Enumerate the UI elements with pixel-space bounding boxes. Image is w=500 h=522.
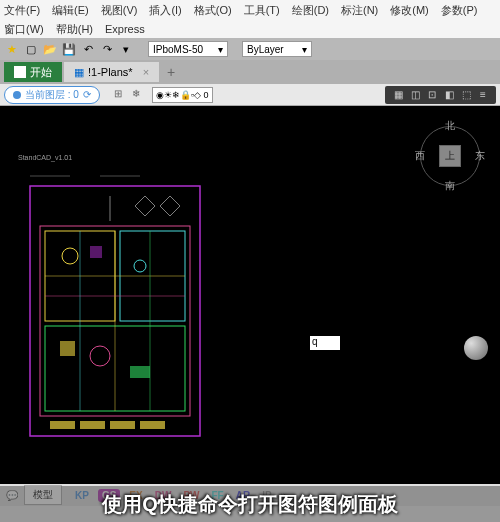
menu-annotate[interactable]: 标注(N)	[341, 3, 378, 18]
menu-modify[interactable]: 修改(M)	[390, 3, 429, 18]
tab-document-label: !1-Plans*	[88, 66, 133, 78]
tab-start[interactable]: 开始	[4, 62, 62, 82]
quick-access-toolbar: ★ ▢ 📂 💾 ↶ ↷ ▾ IPboMS-50▾ ByLayer▾	[0, 38, 500, 60]
view-cube[interactable]: 上 北 南 东 西	[415, 121, 485, 191]
bylayer-dropdown[interactable]: ByLayer▾	[242, 41, 312, 57]
tab-close-icon[interactable]: ×	[143, 66, 149, 78]
menu-edit[interactable]: 编辑(E)	[52, 3, 89, 18]
save-icon[interactable]: 💾	[61, 41, 77, 57]
menu-bar-2: 窗口(W) 帮助(H) Express	[0, 20, 500, 38]
command-input[interactable]: q	[310, 336, 340, 350]
menu-format[interactable]: 格式(O)	[194, 3, 232, 18]
caption-text: 使用Q快捷命令打开图符图例面板	[102, 491, 398, 518]
view-tools-dark: ▦ ◫ ⊡ ◧ ⬚ ≡	[385, 86, 496, 104]
windows-icon	[14, 66, 26, 78]
open-icon[interactable]: 📂	[42, 41, 58, 57]
tab-document[interactable]: ▦ !1-Plans* ×	[64, 62, 159, 82]
navigation-ball[interactable]	[464, 336, 488, 360]
refresh-icon[interactable]: ⟳	[83, 89, 91, 100]
new-icon[interactable]: ▢	[23, 41, 39, 57]
menu-file[interactable]: 文件(F)	[4, 3, 40, 18]
style-dropdown[interactable]: IPboMS-50▾	[148, 41, 228, 57]
svg-rect-14	[130, 366, 150, 378]
drawing-canvas[interactable]: StandCAD_v1.01	[0, 106, 500, 484]
view-icon-1[interactable]: ▦	[391, 88, 405, 102]
menu-express[interactable]: Express	[105, 23, 145, 35]
document-tabs: 开始 ▦ !1-Plans* × +	[0, 60, 500, 84]
svg-point-10	[62, 248, 78, 264]
layer-props-icon[interactable]: ⊞	[114, 88, 128, 102]
layer-freeze-icon[interactable]: ❄	[132, 88, 146, 102]
view-icon-5[interactable]: ⬚	[459, 88, 473, 102]
layer-dropdown[interactable]: ◉☀❄🔒▫◇ 0	[152, 87, 213, 103]
menu-draw[interactable]: 绘图(D)	[292, 3, 329, 18]
compass-north[interactable]: 北	[445, 119, 455, 133]
svg-rect-22	[140, 421, 165, 429]
favorite-icon[interactable]: ★	[4, 41, 20, 57]
svg-point-11	[134, 260, 146, 272]
svg-rect-13	[60, 341, 75, 356]
compass-south[interactable]: 南	[445, 179, 455, 193]
view-icon-3[interactable]: ⊡	[425, 88, 439, 102]
cad-drawing	[20, 166, 220, 466]
view-icon-6[interactable]: ≡	[476, 88, 490, 102]
menu-window[interactable]: 窗口(W)	[4, 22, 44, 37]
menu-params[interactable]: 参数(P)	[441, 3, 478, 18]
layer-dot-icon	[13, 91, 21, 99]
menu-help[interactable]: 帮助(H)	[56, 22, 93, 37]
svg-rect-15	[90, 246, 102, 258]
menu-tools[interactable]: 工具(T)	[244, 3, 280, 18]
view-icon-2[interactable]: ◫	[408, 88, 422, 102]
svg-marker-23	[160, 196, 180, 216]
tab-start-label: 开始	[30, 65, 52, 80]
current-layer-pill[interactable]: 当前图层 : 0 ⟳	[4, 86, 100, 104]
layer-tools: ⊞ ❄	[114, 88, 146, 102]
svg-rect-19	[50, 421, 75, 429]
menu-insert[interactable]: 插入(I)	[149, 3, 181, 18]
drawing-title-text: StandCAD_v1.01	[18, 154, 72, 161]
layer-toolbar: 当前图层 : 0 ⟳ ⊞ ❄ ◉☀❄🔒▫◇ 0 ▦ ◫ ⊡ ◧ ⬚ ≡	[0, 84, 500, 106]
compass-west[interactable]: 西	[415, 149, 425, 163]
svg-rect-21	[110, 421, 135, 429]
view-icon-4[interactable]: ◧	[442, 88, 456, 102]
svg-marker-24	[135, 196, 155, 216]
tutorial-caption: 使用Q快捷命令打开图符图例面板	[0, 486, 500, 522]
svg-point-12	[90, 346, 110, 366]
menu-view[interactable]: 视图(V)	[101, 3, 138, 18]
tab-add[interactable]: +	[159, 62, 183, 82]
current-layer-label: 当前图层 : 0	[25, 88, 79, 102]
dropdown-icon[interactable]: ▾	[118, 41, 134, 57]
view-cube-top[interactable]: 上	[439, 145, 461, 167]
compass-east[interactable]: 东	[475, 149, 485, 163]
redo-icon[interactable]: ↷	[99, 41, 115, 57]
undo-icon[interactable]: ↶	[80, 41, 96, 57]
svg-rect-20	[80, 421, 105, 429]
document-icon: ▦	[74, 66, 84, 79]
menu-bar: 文件(F) 编辑(E) 视图(V) 插入(I) 格式(O) 工具(T) 绘图(D…	[0, 0, 500, 20]
